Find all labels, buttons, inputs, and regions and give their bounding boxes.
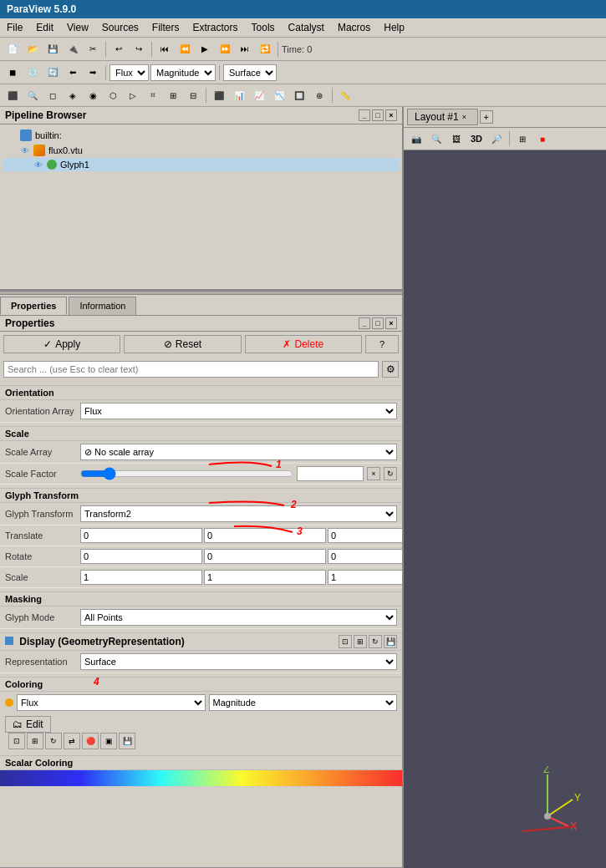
tb3-btn4[interactable]: ◈ (64, 86, 82, 104)
tb3-btn7[interactable]: ▷ (124, 86, 142, 104)
surface-dropdown[interactable]: Surface (223, 64, 277, 81)
glyph-transform-select[interactable]: Transform2 (80, 505, 397, 522)
display-save-btn[interactable]: 💾 (384, 635, 397, 648)
scale-factor-slider[interactable] (80, 467, 293, 480)
pipeline-item-glyph[interactable]: 👁 Glyph1 (3, 158, 399, 171)
viewport-tab-close[interactable]: × (462, 113, 471, 121)
rotate-y[interactable] (204, 549, 326, 564)
search-input[interactable] (3, 361, 379, 378)
orientation-array-select[interactable]: Flux (80, 403, 397, 419)
pipeline-item-flux[interactable]: 👁 flux0.vtu (3, 143, 399, 158)
start-btn[interactable]: ⏮ (155, 40, 174, 58)
menu-macros[interactable]: Macros (331, 20, 377, 35)
props-minimize[interactable]: _ (359, 317, 370, 329)
scale-x[interactable] (80, 570, 202, 585)
prev-btn[interactable]: ⏪ (176, 40, 194, 58)
vp-zoom2-btn[interactable]: 🔎 (487, 129, 506, 148)
redo-btn[interactable]: ↪ (130, 40, 148, 58)
undo-btn[interactable]: ↩ (109, 40, 128, 58)
color-btn5[interactable]: 🔴 (82, 733, 99, 749)
save-btn[interactable]: 💾 (43, 40, 62, 58)
color-btn1[interactable]: ⊡ (8, 733, 25, 749)
menu-file[interactable]: File (0, 20, 29, 35)
coloring-flux-select[interactable]: Flux (17, 694, 206, 711)
menu-view[interactable]: View (60, 20, 95, 35)
play-btn[interactable]: ▶ (196, 40, 214, 58)
tb2-btn4[interactable]: ⬅ (64, 63, 82, 82)
tb3-btn1[interactable]: ⬛ (3, 86, 22, 104)
viewport-add-btn[interactable]: + (480, 110, 493, 124)
display-reload-btn[interactable]: ↻ (369, 635, 382, 648)
tb2-btn2[interactable]: 💿 (23, 63, 42, 82)
glyph-mode-select[interactable]: All Points (80, 609, 397, 626)
coloring-magnitude-select[interactable]: Magnitude (209, 694, 398, 711)
magnitude-dropdown[interactable]: Magnitude (150, 64, 216, 81)
delete-btn[interactable]: ✗ Delete (245, 335, 362, 353)
tb3-btn9[interactable]: ⊞ (164, 86, 182, 104)
scale-array-select[interactable]: ⊘ No scale array (80, 444, 397, 460)
connect-btn[interactable]: 🔌 (64, 40, 82, 58)
apply-btn[interactable]: ✓ Apply (3, 335, 120, 353)
tb2-btn1[interactable]: ◼ (3, 63, 22, 82)
representation-select[interactable]: Surface (80, 653, 397, 670)
color-btn7[interactable]: 💾 (119, 733, 135, 749)
pipeline-item-builtin[interactable]: builtin: (3, 128, 399, 143)
tb3-filter1[interactable]: ⬛ (210, 86, 228, 104)
vp-zoom-btn[interactable]: 🔍 (427, 129, 446, 148)
vp-orient-btn[interactable]: ⊞ (513, 129, 532, 148)
tb3-measure[interactable]: 📏 (336, 86, 354, 104)
scale-refresh-btn[interactable]: ↻ (384, 467, 397, 480)
new-btn[interactable]: 📄 (3, 40, 22, 58)
search-settings-btn[interactable]: ⚙ (382, 361, 399, 378)
loop-btn[interactable]: 🔁 (256, 40, 274, 58)
tb3-filter4[interactable]: 📉 (270, 86, 288, 104)
tb3-btn6[interactable]: ⬡ (104, 86, 122, 104)
reset-btn[interactable]: ⊘ Reset (124, 335, 241, 353)
scale-clear-btn[interactable]: × (367, 467, 380, 480)
menu-filters[interactable]: Filters (145, 20, 186, 35)
edit-colormap-btn[interactable]: 🗂 Edit (5, 716, 51, 733)
menu-tools[interactable]: Tools (245, 20, 282, 35)
menu-catalyst[interactable]: Catalyst (282, 20, 331, 35)
menu-help[interactable]: Help (377, 20, 411, 35)
rotate-z[interactable] (328, 549, 402, 564)
translate-y[interactable] (204, 528, 326, 543)
rotate-x[interactable] (80, 549, 202, 564)
scale-y[interactable] (204, 570, 326, 585)
menu-sources[interactable]: Sources (95, 20, 145, 35)
tb3-filter2[interactable]: 📊 (230, 86, 248, 104)
pipeline-close[interactable]: × (385, 109, 397, 121)
pipeline-maximize[interactable]: □ (372, 109, 384, 121)
color-btn4[interactable]: ⇄ (64, 733, 80, 749)
help-btn[interactable]: ? (365, 335, 399, 353)
flux-dropdown[interactable]: Flux (109, 64, 149, 81)
open-btn[interactable]: 📂 (23, 40, 42, 58)
end-btn[interactable]: ⏭ (236, 40, 254, 58)
tb3-btn10[interactable]: ⊟ (184, 86, 202, 104)
tb3-filter6[interactable]: ⊛ (310, 86, 328, 104)
vp-camera-btn[interactable]: 📷 (407, 129, 425, 148)
vp-3d-btn[interactable]: 3D (467, 129, 486, 148)
tb3-cube[interactable]: ◻ (43, 86, 62, 104)
tb3-btn8[interactable]: ⌗ (144, 86, 162, 104)
tb2-btn3[interactable]: 🔄 (43, 63, 62, 82)
tab-properties[interactable]: Properties (0, 297, 67, 315)
next-btn[interactable]: ⏩ (216, 40, 234, 58)
color-btn3[interactable]: ↻ (45, 733, 62, 749)
pipeline-minimize[interactable]: _ (359, 109, 370, 121)
color-btn6[interactable]: ▣ (100, 733, 117, 749)
tb3-btn2[interactable]: 🔍 (23, 86, 42, 104)
translate-x[interactable] (80, 528, 202, 543)
tb3-btn5[interactable]: ◉ (84, 86, 102, 104)
viewport-tab[interactable]: Layout #1 × (407, 109, 478, 125)
props-maximize[interactable]: □ (372, 317, 384, 329)
display-paste-btn[interactable]: ⊞ (354, 635, 367, 648)
menu-edit[interactable]: Edit (29, 20, 60, 35)
vp-red-btn[interactable]: ■ (533, 129, 552, 148)
tb3-filter5[interactable]: 🔲 (290, 86, 308, 104)
tb2-btn5[interactable]: ➡ (84, 63, 102, 82)
scale-factor-input[interactable]: 0.1116 (297, 466, 364, 481)
translate-z[interactable] (328, 528, 402, 543)
vp-screenshot-btn[interactable]: 🖼 (447, 129, 466, 148)
display-copy-btn[interactable]: ⊡ (339, 635, 352, 648)
